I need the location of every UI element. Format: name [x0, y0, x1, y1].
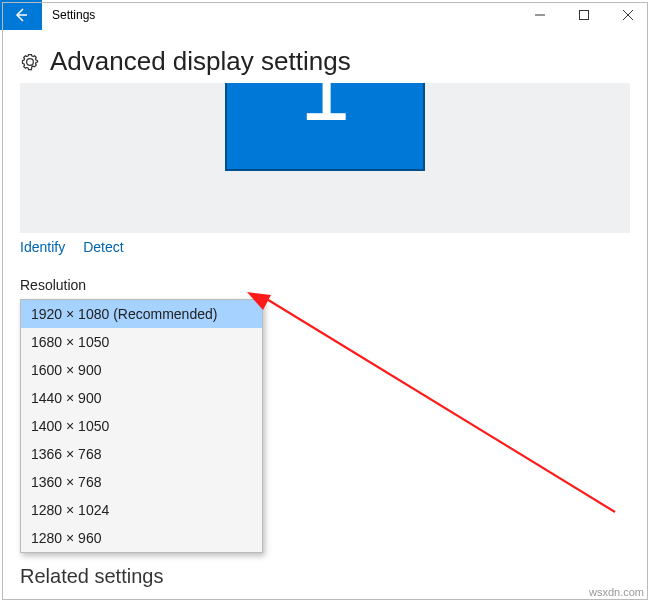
window-title: Settings: [42, 0, 95, 30]
maximize-icon: [579, 10, 589, 20]
resolution-option[interactable]: 1280 × 1024: [21, 496, 262, 524]
related-settings-heading: Related settings: [20, 565, 630, 588]
resolution-option[interactable]: 1400 × 1050: [21, 412, 262, 440]
watermark: wsxdn.com: [589, 586, 644, 598]
resolution-option[interactable]: 1600 × 900: [21, 356, 262, 384]
monitor-number: 1: [300, 83, 350, 134]
close-icon: [623, 10, 633, 20]
maximize-button[interactable]: [562, 0, 606, 30]
resolution-option[interactable]: 1280 × 960: [21, 524, 262, 552]
resolution-option[interactable]: 1920 × 1080 (Recommended): [21, 300, 262, 328]
resolution-option[interactable]: 1440 × 900: [21, 384, 262, 412]
resolution-dropdown[interactable]: 1920 × 1080 (Recommended) 1680 × 1050 16…: [20, 299, 263, 553]
back-arrow-icon: [13, 7, 29, 23]
minimize-button[interactable]: [518, 0, 562, 30]
back-button[interactable]: [0, 0, 42, 30]
resolution-label: Resolution: [20, 277, 630, 293]
titlebar: Settings: [0, 0, 650, 30]
close-button[interactable]: [606, 0, 650, 30]
resolution-option[interactable]: 1680 × 1050: [21, 328, 262, 356]
identify-link[interactable]: Identify: [20, 239, 65, 255]
gear-icon: [20, 52, 40, 72]
page-title: Advanced display settings: [50, 46, 351, 77]
display-preview-area: 1: [20, 83, 630, 233]
detect-link[interactable]: Detect: [83, 239, 123, 255]
svg-rect-0: [580, 11, 589, 20]
resolution-option[interactable]: 1360 × 768: [21, 468, 262, 496]
resolution-option[interactable]: 1366 × 768: [21, 440, 262, 468]
minimize-icon: [535, 10, 545, 20]
monitor-tile-1[interactable]: 1: [225, 83, 425, 171]
